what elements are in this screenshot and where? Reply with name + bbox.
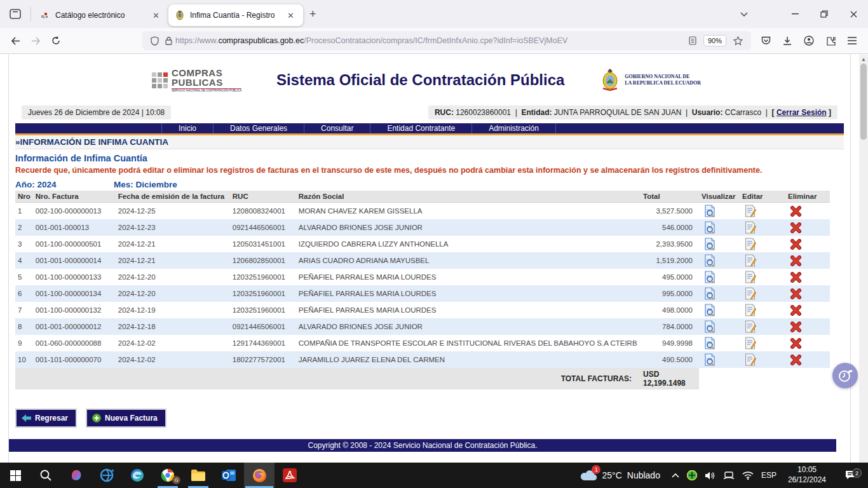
- clock[interactable]: 10:05 26/12/2024: [784, 465, 830, 485]
- outlook-icon[interactable]: [214, 463, 244, 488]
- weather-widget[interactable]: 1 25°C Nublado: [574, 463, 666, 488]
- nueva-factura-button[interactable]: Nueva Factura: [86, 409, 166, 428]
- menu-hamburger-icon[interactable]: [841, 31, 863, 50]
- language-indicator[interactable]: ESP: [761, 471, 776, 480]
- visualizar-icon[interactable]: [699, 236, 740, 252]
- window-restore-button[interactable]: [810, 0, 839, 28]
- tray-time: 10:05: [797, 465, 817, 474]
- visualizar-icon[interactable]: [699, 269, 740, 285]
- back-icon[interactable]: [5, 31, 25, 50]
- reader-mode-icon[interactable]: [689, 36, 696, 45]
- shield-icon[interactable]: [151, 36, 159, 46]
- eliminar-icon[interactable]: [785, 302, 830, 318]
- internet-explorer-icon[interactable]: [92, 463, 122, 488]
- cell-fecha: 2024-12-18: [116, 318, 230, 335]
- wifi-icon[interactable]: [742, 471, 754, 480]
- chrome-icon[interactable]: G: [153, 463, 183, 488]
- reload-icon[interactable]: [46, 31, 66, 50]
- tab-close-icon[interactable]: ✕: [285, 10, 297, 22]
- eliminar-icon[interactable]: [785, 285, 830, 302]
- cell-fecha: 2024-12-21: [116, 252, 230, 269]
- visualizar-icon[interactable]: [699, 318, 740, 335]
- ecuador-crest-icon: [599, 67, 621, 93]
- menu-item-datos-generales[interactable]: Datos Generales: [214, 123, 304, 133]
- cell-total: 3,527.5000: [641, 203, 699, 220]
- url-bar[interactable]: https://www.compraspublicas.gob.ec/Proce…: [142, 31, 751, 50]
- cast-display-icon[interactable]: [723, 471, 735, 480]
- tab-list-chevron-icon[interactable]: [733, 4, 755, 24]
- cell-ruc: 0921446506001: [230, 318, 296, 335]
- eliminar-icon[interactable]: [785, 269, 830, 285]
- taskbar-search-icon[interactable]: [31, 463, 61, 488]
- scrollbar-thumb[interactable]: [860, 64, 867, 140]
- downloads-icon[interactable]: [776, 31, 798, 50]
- cell-fecha: 2024-12-19: [116, 302, 230, 318]
- tray-chevron-icon[interactable]: [672, 473, 679, 478]
- editar-icon[interactable]: [740, 219, 785, 236]
- browser-tab-strip: Catálogo electrónico ✕ Infima Cuantía - …: [0, 0, 868, 28]
- volume-icon[interactable]: [705, 471, 715, 480]
- cell-fecha: 2024-12-20: [116, 269, 230, 285]
- forward-icon[interactable]: [25, 31, 46, 50]
- bookmark-star-icon[interactable]: [733, 36, 743, 46]
- acrobat-icon[interactable]: [275, 463, 305, 488]
- new-tab-button[interactable]: +: [303, 6, 323, 22]
- tab-catalogo[interactable]: Catálogo electrónico ✕: [34, 4, 168, 26]
- visualizar-icon[interactable]: [699, 203, 740, 220]
- menu-item-inicio[interactable]: Inicio: [161, 123, 214, 133]
- cell-factura: 001-100-000000501: [33, 236, 116, 252]
- start-button[interactable]: [0, 463, 31, 488]
- weather-alert-badge: 1: [592, 465, 600, 474]
- page-scrollbar[interactable]: ▲: [859, 55, 868, 463]
- editar-icon[interactable]: [740, 351, 785, 368]
- eliminar-icon[interactable]: [785, 236, 830, 252]
- copilot-icon[interactable]: [61, 463, 92, 488]
- editar-icon[interactable]: [740, 269, 785, 285]
- zoom-level-badge[interactable]: 90%: [703, 35, 726, 46]
- editar-icon[interactable]: [740, 236, 785, 252]
- tab-close-icon[interactable]: ✕: [150, 10, 162, 22]
- editar-icon[interactable]: [740, 335, 785, 351]
- menu-item-administración[interactable]: Administración: [472, 123, 556, 133]
- cell-ruc: 1206802850001: [230, 252, 296, 269]
- notifications-button[interactable]: 2: [837, 470, 863, 480]
- firefox-view-icon[interactable]: [5, 4, 25, 24]
- antivirus-icon[interactable]: [687, 470, 697, 480]
- editar-icon[interactable]: [740, 302, 785, 318]
- menu-item-consultar[interactable]: Consultar: [304, 123, 370, 133]
- firefox-icon[interactable]: [244, 463, 275, 488]
- editar-icon[interactable]: [740, 203, 785, 220]
- cell-total: 495.0000: [641, 269, 699, 285]
- eliminar-icon[interactable]: [785, 252, 830, 269]
- logout-link[interactable]: Cerrar Sesión: [776, 108, 827, 117]
- file-explorer-icon[interactable]: [183, 463, 214, 488]
- editar-icon[interactable]: [740, 252, 785, 269]
- lock-icon[interactable]: [165, 36, 172, 45]
- eliminar-icon[interactable]: [785, 203, 830, 220]
- editar-icon[interactable]: [740, 285, 785, 302]
- scroll-up-arrow-icon[interactable]: ▲: [859, 55, 868, 64]
- visualizar-icon[interactable]: [699, 285, 740, 302]
- eliminar-icon[interactable]: [785, 335, 830, 351]
- regresar-button[interactable]: Regresar: [15, 409, 77, 428]
- window-minimize-button[interactable]: [780, 0, 810, 28]
- eliminar-icon[interactable]: [785, 318, 830, 335]
- window-close-button[interactable]: [839, 0, 868, 28]
- editar-icon[interactable]: [740, 318, 785, 335]
- eliminar-icon[interactable]: [785, 219, 830, 236]
- extensions-icon[interactable]: [820, 31, 841, 50]
- visualizar-icon[interactable]: [699, 335, 740, 351]
- account-icon[interactable]: [798, 31, 820, 50]
- pocket-icon[interactable]: [755, 31, 776, 50]
- visualizar-icon[interactable]: [699, 351, 740, 368]
- eliminar-icon[interactable]: [785, 351, 830, 368]
- visualizar-icon[interactable]: [699, 302, 740, 318]
- tab-infima-cuantia[interactable]: Infima Cuantía - Registro ✕: [168, 4, 303, 26]
- menu-item-entidad-contratante[interactable]: Entidad Contratante: [370, 123, 472, 133]
- visualizar-icon[interactable]: [699, 219, 740, 236]
- tab-title: Infima Cuantía - Registro: [190, 11, 285, 20]
- tray-date: 26/12/2024: [788, 475, 826, 484]
- edge-icon[interactable]: [122, 463, 153, 488]
- timer-extension-widget[interactable]: [832, 363, 858, 388]
- visualizar-icon[interactable]: [699, 252, 740, 269]
